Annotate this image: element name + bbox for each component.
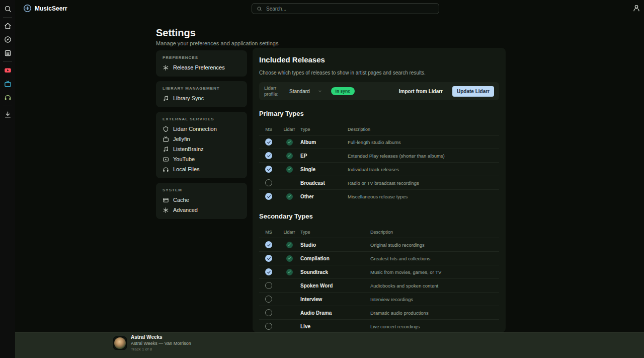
lidarr-check-icon — [286, 139, 293, 146]
nav-section-external: EXTERNAL SERVICES Lidarr Connection Jell… — [156, 112, 247, 178]
rail-divider — [3, 17, 12, 18]
ms-checkbox[interactable] — [265, 323, 272, 330]
search-input[interactable] — [265, 6, 434, 12]
table-row: Audio Drama Dramatic audio productions — [259, 306, 499, 320]
page-subtitle: Manage your preferences and application … — [156, 40, 278, 46]
nav-item[interactable]: ListenBrainz — [156, 144, 247, 154]
lidarr-check-icon — [286, 255, 293, 262]
type-description: Radio or TV broadcast recordings — [348, 180, 499, 186]
rail-nav-button[interactable] — [0, 33, 15, 46]
type-label: Compilation — [300, 256, 370, 261]
table-row: Studio Original studio recordings — [259, 238, 499, 252]
nav-item[interactable]: Release Preferences — [156, 62, 247, 73]
nav-item-label: YouTube — [173, 156, 195, 162]
type-description: Original studio recordings — [370, 242, 499, 248]
nav-item-icon — [163, 136, 169, 142]
update-lidarr-button[interactable]: Update Lidarr — [452, 86, 494, 97]
ms-checkbox[interactable] — [265, 268, 272, 275]
col-type: Type — [300, 230, 370, 235]
table-row: Broadcast Radio or TV broadcast recordin… — [259, 176, 499, 190]
rail-nav-button[interactable] — [0, 19, 15, 33]
track-position: Track 1 of 8 — [131, 347, 191, 351]
secondary-types-title: Secondary Types — [259, 212, 499, 220]
rail-service-icon — [4, 66, 12, 74]
nav-item[interactable]: YouTube — [156, 154, 247, 164]
col-ms: MS — [259, 127, 278, 132]
table-row: Spoken Word Audiobooks and spoken conten… — [259, 279, 499, 293]
table-header: MS Lidarr Type Description — [259, 124, 499, 135]
import-from-lidarr-button[interactable]: Import from Lidarr — [396, 88, 446, 95]
lidarr-check-icon — [286, 242, 293, 248]
nav-item[interactable]: Cache — [156, 195, 247, 205]
ms-checkbox[interactable] — [265, 255, 272, 262]
lidarr-check-icon — [286, 193, 293, 200]
type-description: Dramatic audio productions — [370, 310, 499, 316]
ms-checkbox[interactable] — [265, 241, 272, 248]
user-icon — [632, 4, 640, 12]
rail-nav-button[interactable] — [0, 46, 15, 60]
ms-checkbox[interactable] — [265, 309, 272, 316]
nav-item[interactable]: Lidarr Connection — [156, 124, 247, 134]
rail-service-button[interactable] — [0, 91, 15, 104]
nav-item-label: ListenBrainz — [173, 146, 204, 152]
app-logo[interactable]: MusicSeerr — [23, 4, 67, 13]
ms-checkbox[interactable] — [265, 166, 272, 173]
nav-item-icon — [163, 64, 169, 71]
settings-nav: PREFERENCES Release Preferences LIBRARY … — [156, 50, 247, 224]
type-description: Individual track releases — [348, 167, 499, 172]
rail-search-button[interactable] — [0, 2, 15, 16]
col-description: Description — [348, 127, 499, 132]
lidarr-profile-label: Lidarr profile: — [264, 85, 285, 98]
ms-checkbox[interactable] — [265, 138, 272, 146]
table-row: Single Individual track releases — [259, 163, 499, 176]
nav-section-label: PREFERENCES — [156, 54, 247, 62]
type-label: Broadcast — [300, 180, 348, 186]
ms-checkbox[interactable] — [265, 179, 272, 186]
global-search — [252, 3, 439, 14]
nav-item[interactable]: Local Files — [156, 164, 247, 174]
rail-divider — [3, 61, 12, 62]
type-description: Greatest hits and collections — [370, 256, 499, 261]
nav-item-label: Local Files — [173, 166, 200, 172]
lidarr-profile-row: Lidarr profile: Standard In sync Import … — [259, 82, 499, 100]
nav-item[interactable]: Library Sync — [156, 93, 247, 103]
app-root: MusicSeerr Settings Manage your preferen… — [0, 0, 644, 358]
rail-service-button[interactable] — [0, 77, 15, 91]
album-art[interactable] — [113, 336, 127, 350]
nav-section-library: LIBRARY MANAGEMENT Library Sync — [156, 81, 247, 107]
sync-status-badge: In sync — [331, 87, 355, 95]
nav-item[interactable]: Advanced — [156, 205, 247, 215]
nav-item[interactable]: Jellyfin — [156, 134, 247, 144]
nav-item-icon — [163, 156, 169, 163]
type-description: Live concert recordings — [370, 324, 499, 329]
ms-checkbox[interactable] — [265, 152, 272, 159]
table-row: EP Extended Play releases (shorter than … — [259, 149, 499, 163]
nav-item-icon — [163, 95, 169, 102]
lidarr-profile-value: Standard — [289, 89, 310, 94]
type-label: Other — [300, 194, 348, 199]
nav-item-label: Jellyfin — [173, 136, 190, 142]
logo-icon — [23, 4, 32, 13]
nav-item-icon — [163, 197, 169, 203]
ms-checkbox[interactable] — [265, 193, 272, 200]
logo-text: MusicSeerr — [35, 5, 67, 12]
nav-section-label: SYSTEM — [156, 186, 247, 195]
rail-divider — [3, 106, 12, 106]
type-label: Album — [300, 139, 348, 145]
ms-checkbox[interactable] — [265, 282, 272, 289]
player-bar: Astral Weeks Astral Weeks — Van Morrison… — [0, 332, 644, 358]
rail-service-button[interactable] — [0, 63, 15, 77]
rail-downloads-button[interactable] — [0, 108, 15, 121]
lidarr-profile-select[interactable]: Standard — [289, 89, 322, 94]
nav-item-label: Advanced — [173, 207, 198, 213]
user-menu-button[interactable] — [632, 4, 640, 12]
track-title: Astral Weeks — [131, 335, 191, 340]
nav-item-label: Cache — [173, 197, 189, 203]
rail-nav-icon — [4, 22, 12, 30]
nav-section-label: LIBRARY MANAGEMENT — [156, 85, 247, 93]
ms-checkbox[interactable] — [265, 296, 272, 303]
type-label: Live — [300, 324, 370, 329]
table-row: Album Full-length studio albums — [259, 135, 499, 149]
rail-group-browse — [0, 19, 15, 60]
track-artist: Astral Weeks — Van Morrison — [131, 341, 191, 346]
